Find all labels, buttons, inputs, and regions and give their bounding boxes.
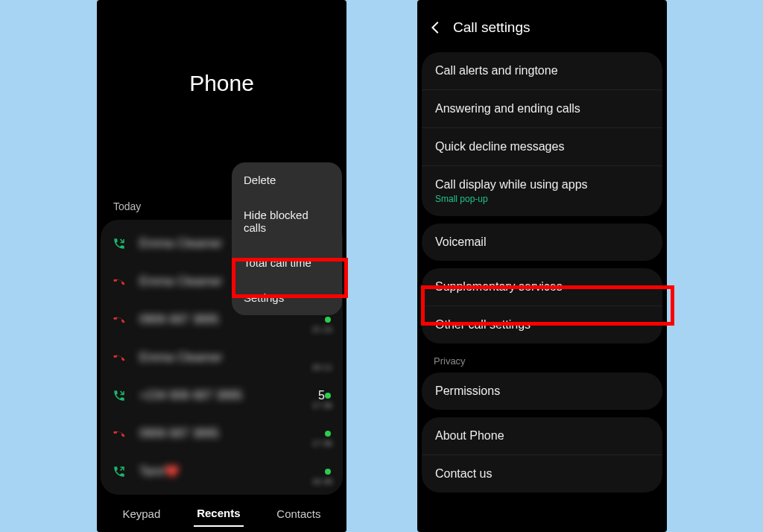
call-time: 17:36: [311, 401, 332, 410]
settings-group: About Phone Contact us: [422, 417, 662, 493]
call-row[interactable]: +234 906 687 3895 5 17:36: [101, 376, 343, 414]
menu-hide-blocked[interactable]: Hide blocked calls: [232, 197, 342, 245]
missed-call-icon: [111, 349, 127, 366]
settings-header: Call settings: [417, 0, 667, 49]
call-time: 17:36: [311, 439, 332, 448]
row-other-call-settings[interactable]: Other call settings: [422, 306, 662, 343]
missed-call-icon: [111, 311, 127, 328]
call-row[interactable]: 0906 687 3895 17:36: [101, 414, 343, 452]
missed-call-icon: [111, 425, 127, 442]
call-row[interactable]: Tami❤️ 16:38: [101, 452, 343, 490]
status-dot: [325, 317, 331, 323]
settings-group: Voicemail: [422, 224, 662, 261]
call-settings-screen: Call settings Call alerts and ringtone A…: [417, 0, 667, 532]
call-name: +234 906 687 3895: [139, 389, 333, 402]
row-call-display[interactable]: Call display while using apps Small pop-…: [422, 166, 662, 216]
call-name: Tami❤️: [139, 464, 325, 478]
tab-keypad[interactable]: Keypad: [119, 501, 163, 526]
row-call-display-sub: Small pop-up: [435, 194, 649, 204]
bottom-tabs: Keypad Recents Contacts: [97, 495, 346, 532]
row-call-alerts[interactable]: Call alerts and ringtone: [422, 52, 662, 90]
incoming-call-icon: [111, 387, 127, 404]
menu-total-call-time[interactable]: Total call time: [232, 245, 342, 280]
call-name: 0906 687 3895: [139, 427, 325, 440]
tab-contacts[interactable]: Contacts: [273, 501, 323, 526]
menu-settings[interactable]: Settings: [232, 280, 342, 315]
call-time: 20:11: [311, 363, 332, 372]
row-voicemail[interactable]: Voicemail: [422, 224, 662, 261]
call-name: Emma Cleamer: [139, 351, 332, 364]
row-permissions[interactable]: Permissions: [422, 373, 662, 410]
call-time: 16:38: [311, 477, 332, 486]
tab-recents[interactable]: Recents: [194, 501, 243, 527]
overflow-menu: Delete Hide blocked calls Total call tim…: [232, 162, 342, 315]
menu-delete[interactable]: Delete: [232, 162, 342, 197]
status-dot: [325, 469, 331, 475]
missed-call-icon: [111, 273, 127, 290]
privacy-section-header: Privacy: [417, 351, 667, 370]
status-dot: [325, 431, 331, 437]
back-icon[interactable]: [428, 19, 444, 36]
settings-title: Call settings: [453, 19, 531, 36]
call-row[interactable]: Emma Cleamer 20:11: [101, 338, 343, 376]
incoming-call-icon: [111, 235, 127, 252]
settings-group: Call alerts and ringtone Answering and e…: [422, 52, 662, 216]
row-about-phone[interactable]: About Phone: [422, 417, 662, 455]
row-contact-us[interactable]: Contact us: [422, 455, 662, 493]
call-time: 21:15: [311, 325, 332, 334]
settings-group: Permissions: [422, 373, 662, 410]
settings-group: Supplementary services Other call settin…: [422, 268, 662, 343]
outgoing-call-icon: [111, 463, 127, 480]
row-answering[interactable]: Answering and ending calls: [422, 90, 662, 128]
row-quick-decline[interactable]: Quick decline messages: [422, 128, 662, 166]
phone-app-screen: Phone Today Emma Cleamer Emma Cleamer 09…: [97, 0, 346, 532]
row-supplementary-services[interactable]: Supplementary services: [422, 268, 662, 306]
